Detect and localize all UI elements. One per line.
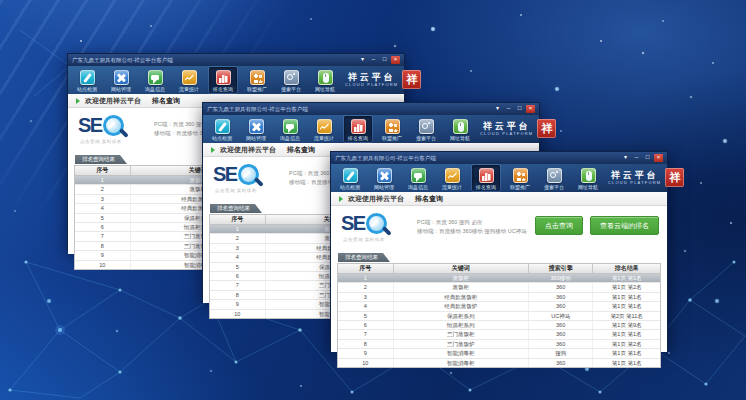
tools-icon [114, 70, 129, 85]
table-row[interactable]: 8三门蒸饭炉360第1页 第2名 [338, 340, 660, 349]
window-titlebar[interactable]: 广东九鼎王厨具有限公司-祥云平台客户端 ▾ – □ × [331, 152, 667, 164]
toolbar-item-inquiry-info[interactable]: 询盘信息 [276, 116, 304, 142]
menu-arrow-icon[interactable]: ▾ [493, 105, 502, 113]
window-titlebar[interactable]: 广东九鼎王厨具有限公司-祥云平台客户端 ▾ – □ × [68, 54, 404, 66]
table-cell: 3 [210, 244, 265, 252]
people-icon [513, 168, 528, 183]
table-row[interactable]: 6恒温柜系列360第1页 第9名 [338, 321, 660, 330]
tab-rank-results[interactable]: 排名查询结果 [210, 204, 262, 213]
chat-icon [148, 70, 163, 85]
brand-text: 祥云平台 CLOUD PLATFORM [345, 72, 398, 87]
table-row[interactable]: 9智能消毒柜搜狗第1页 第1名 [338, 349, 660, 358]
toolbar-item-search-platform[interactable]: 搜索平台 [540, 165, 568, 191]
welcome-bar: 欢迎使用祥云平台 排名查询 [331, 192, 667, 206]
table-row[interactable]: 5保温柜系列UC神马第2页 第11名 [338, 312, 660, 321]
main-toolbar: 站点检测网站管理询盘信息流量统计排名查询联盟推广搜索平台网址导航 祥云平台 CL… [203, 115, 539, 143]
minimize-icon[interactable]: – [504, 105, 513, 113]
pencil-icon [215, 119, 230, 134]
menu-arrow-icon[interactable]: ▾ [358, 56, 367, 64]
chat-icon [283, 119, 298, 134]
toolbar-item-search-platform[interactable]: 搜索平台 [412, 116, 440, 142]
section-title: 排名查询 [152, 96, 180, 106]
table-cell: 9 [210, 300, 265, 308]
engine-info: PC端：百度 360 搜狗 必应 移动端：百度移动 360移动 搜狗移动 UC神… [417, 218, 527, 235]
toolbar-item-alliance-promo[interactable]: 联盟推广 [378, 116, 406, 142]
toolbar-item-label: 搜索平台 [416, 135, 436, 141]
table-row[interactable]: 7三门蒸饭柜360第1页 第1名 [338, 330, 660, 339]
minimize-icon[interactable]: – [632, 154, 641, 162]
toolbar-item-site-check[interactable]: 站点检测 [336, 165, 364, 191]
close-icon[interactable]: × [526, 105, 535, 113]
menu-arrow-icon[interactable]: ▾ [621, 154, 630, 162]
chat-icon [411, 168, 426, 183]
toolbar-item-traffic-stats[interactable]: 流量统计 [438, 165, 466, 191]
window-title: 广东九鼎王厨具有限公司-祥云平台客户端 [207, 106, 493, 113]
table-cell: 2 [338, 283, 393, 291]
table-cell: 4 [338, 302, 393, 310]
results-table: 序号 关键词 搜索引擎 排名结果 1蒸饭柜360移动第1页 第1名2蒸饭柜360… [337, 263, 661, 368]
toolbar-item-inquiry-info[interactable]: 询盘信息 [404, 165, 432, 191]
toolbar-item-label: 流量统计 [179, 86, 199, 92]
table-cell: 7 [75, 232, 130, 240]
table-cell: 第2页 第11名 [592, 312, 660, 320]
barchart-icon [479, 168, 494, 183]
table-cell: 3 [338, 293, 393, 301]
restore-icon[interactable]: □ [515, 105, 524, 113]
table-cell: 1 [338, 274, 393, 282]
restore-icon[interactable]: □ [643, 154, 652, 162]
table-row[interactable]: 2蒸饭柜360第1页 第2名 [338, 283, 660, 292]
table-cell: 8 [338, 340, 393, 348]
toolbar-item-traffic-stats[interactable]: 流量统计 [175, 67, 203, 93]
barchart-icon [351, 119, 366, 134]
toolbar-item-label: 网址导航 [450, 135, 470, 141]
toolbar-item-search-platform[interactable]: 搜索平台 [277, 67, 305, 93]
toolbar-item-label: 联盟推广 [382, 135, 402, 141]
mouse-icon [453, 119, 468, 134]
toolbar-item-site-nav[interactable]: 网址导航 [446, 116, 474, 142]
minimize-icon[interactable]: – [369, 56, 378, 64]
toolbar-item-label: 询盘信息 [280, 135, 300, 141]
table-row[interactable]: 3经典款蒸饭柜360第1页 第1名 [338, 293, 660, 302]
table-cell: 第1页 第1名 [592, 302, 660, 310]
column-header: 搜索引擎 [528, 264, 592, 273]
toolbar-item-site-check[interactable]: 站点检测 [208, 116, 236, 142]
toolbar-item-inquiry-info[interactable]: 询盘信息 [141, 67, 169, 93]
seo-logo: SE [213, 163, 259, 185]
toolbar-item-site-nav[interactable]: 网址导航 [574, 165, 602, 191]
toolbar-item-site-check[interactable]: 站点检测 [73, 67, 101, 93]
seo-tagline: 点击查询 实时排名 [215, 188, 257, 193]
toolbar-item-alliance-promo[interactable]: 联盟推广 [506, 165, 534, 191]
toolbar-item-rank-query[interactable]: 排名查询 [344, 116, 372, 142]
toolbar-item-site-manage[interactable]: 网站管理 [107, 67, 135, 93]
toolbar-item-site-manage[interactable]: 网站管理 [242, 116, 270, 142]
desktop-background: 广东九鼎王厨具有限公司-祥云平台客户端 ▾ – □ × 站点检测网站管理询盘信息… [0, 0, 746, 400]
mouse-icon [581, 168, 596, 183]
table-row[interactable]: 1蒸饭柜360移动第1页 第1名 [338, 274, 660, 283]
table-cell: 第1页 第2名 [592, 340, 660, 348]
query-button[interactable]: 点击查询 [535, 216, 583, 235]
restore-icon[interactable]: □ [380, 56, 389, 64]
table-row[interactable]: 10智能消毒柜360第1页 第1名 [338, 359, 660, 367]
toolbar-item-rank-query[interactable]: 排名查询 [209, 67, 237, 93]
table-cell: 7 [338, 330, 393, 338]
toolbar-item-rank-query[interactable]: 排名查询 [472, 165, 500, 191]
column-header: 关键词 [393, 264, 528, 273]
toolbar-item-traffic-stats[interactable]: 流量统计 [310, 116, 338, 142]
pencil-icon [343, 168, 358, 183]
toolbar-items: 站点检测网站管理询盘信息流量统计排名查询联盟推广搜索平台网址导航 [73, 67, 339, 93]
window-titlebar[interactable]: 广东九鼎王厨具有限公司-祥云平台客户端 ▾ – □ × [203, 103, 539, 115]
close-icon[interactable]: × [391, 56, 400, 64]
toolbar-item-site-nav[interactable]: 网址导航 [311, 67, 339, 93]
table-cell: 经典款蒸饭柜 [393, 293, 528, 301]
welcome-arrow-icon [211, 147, 215, 153]
toolbar-item-label: 搜索平台 [281, 86, 301, 92]
close-icon[interactable]: × [654, 154, 663, 162]
toolbar-item-site-manage[interactable]: 网站管理 [370, 165, 398, 191]
table-row[interactable]: 4经典款蒸饭炉360第1页 第1名 [338, 302, 660, 311]
brand-text: 祥云平台 CLOUD PLATFORM [480, 121, 533, 136]
toolbar-item-alliance-promo[interactable]: 联盟推广 [243, 67, 271, 93]
view-cloud-rank-button[interactable]: 查看云端的排名 [590, 216, 659, 235]
tab-rank-results[interactable]: 排名查询结果 [75, 155, 127, 164]
welcome-text: 欢迎使用祥云平台 [220, 145, 276, 155]
tab-rank-results[interactable]: 排名查询结果 [338, 253, 390, 262]
